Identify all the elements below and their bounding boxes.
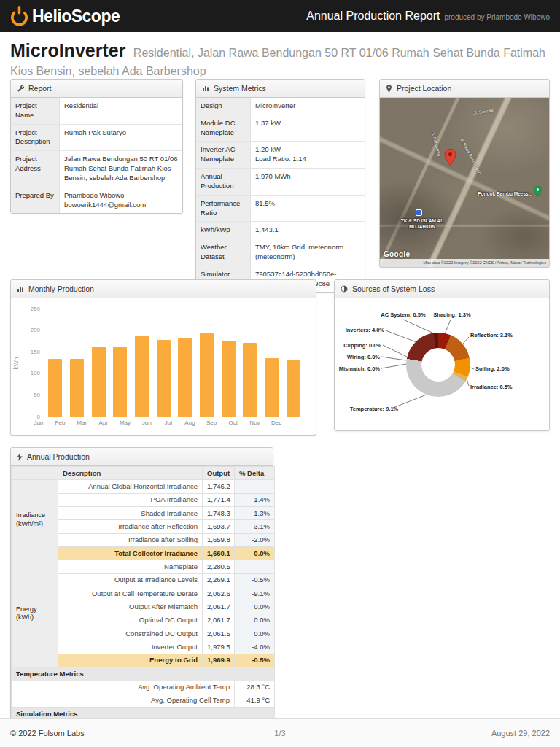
wrench-icon (17, 85, 24, 92)
row-delta: -4.0% (235, 640, 275, 654)
power-icon (10, 5, 28, 27)
x-tick-label: Feb (50, 419, 71, 426)
page-footer: © 2022 Folsom Labs 1/3 August 29, 2022 (0, 718, 560, 747)
kv-row: Prepared ByPriambodo Wibowobowoerik1444@… (11, 187, 182, 213)
system-loss-panel: Sources of System Loss Shading: 1.3%Refl… (334, 279, 550, 431)
copyright: © 2022 Folsom Labs (10, 729, 85, 738)
row-delta: -2.0% (235, 533, 275, 546)
report-panel-title: Report (28, 84, 52, 93)
kv-row: Project AddressJalan Rawa Bendungan 50 R… (11, 151, 182, 187)
row-output: 2,062.6 (203, 587, 235, 600)
row-output: 1,979.5 (203, 640, 235, 654)
y-tick-label: 100 (15, 370, 40, 376)
section-data-row: Avg. Operating Cell Temp41.9 °C (12, 694, 275, 707)
lightning-icon (17, 453, 23, 461)
project-location-panel: Project Location Jl. Kangkung Jl. Sencak… (379, 79, 550, 268)
bar-aug (200, 333, 214, 417)
row-description: Output at Irradiance Levels (58, 573, 203, 587)
kv-label: Weather Dataset (196, 239, 251, 266)
row-delta: 0.0% (235, 547, 275, 560)
row-description: Optimal DC Output (58, 614, 203, 627)
row-delta (235, 480, 275, 493)
loss-label-ac-system: AC System: 0.5% (373, 311, 434, 318)
section-title: Temperature Metrics (12, 667, 275, 681)
bar-may (135, 336, 149, 417)
system-loss-header: Sources of System Loss (335, 280, 549, 298)
kv-label: Annual Production (196, 169, 251, 196)
row-description: Irradiance after Soiling (58, 533, 203, 546)
project-title: MicroInverter (10, 40, 125, 61)
system-metrics-title: System Metrics (214, 84, 266, 93)
location-marker-red[interactable] (444, 149, 456, 169)
row-description: Output After Mismatch (58, 600, 203, 614)
street-label: Jl. Rawa Bendungan (459, 137, 482, 175)
row-description: Avg. Operating Cell Temp (12, 694, 235, 707)
row-output: 1,969.9 (203, 654, 235, 667)
group-label: Energy (kWh) (12, 560, 58, 667)
system-metrics-table: DesignMicroInverterModule DC Nameplate1.… (196, 98, 365, 292)
gridline (44, 330, 304, 330)
row-description: POA Irradiance (58, 493, 203, 506)
bar-chart-icon (17, 285, 24, 293)
logo-text: HelioScope (32, 7, 120, 26)
donut-icon (341, 285, 348, 293)
report-panel: Report Project NameResidentialProject De… (10, 79, 183, 214)
system-metrics-header: System Metrics (196, 80, 365, 98)
x-tick-label: Dec (265, 419, 287, 426)
kv-label: Project Address (11, 151, 60, 187)
kv-row: kWh/kWp1,443.1 (196, 222, 365, 239)
data-row: Irradiance (kWh/m²)Annual Global Horizon… (12, 480, 275, 493)
satellite-map[interactable]: Jl. Kangkung Jl. Sencaki Jl. Rawa Bendun… (380, 98, 549, 267)
kv-value: 1,443.1 (251, 222, 365, 239)
annual-production-header: Annual Production (11, 448, 273, 466)
kv-value: 81.5% (251, 195, 365, 222)
row-value: 41.9 °C (235, 694, 275, 707)
system-loss-title: Sources of System Loss (352, 285, 435, 293)
row-description: Output at Cell Temperature Derate (58, 587, 203, 600)
kv-label: Design (196, 98, 251, 115)
header-blank (12, 467, 58, 480)
annual-production-title: Annual Production (27, 452, 90, 461)
row-description: Shaded Irradiance (58, 507, 203, 520)
loss-label-mismatch: Mismatch: 0.0% (335, 365, 380, 372)
y-axis-label: kWh (12, 357, 20, 370)
loss-donut-chart: Shading: 1.3%Reflection: 3.1%Soiling: 2.… (335, 298, 549, 432)
title-block: MicroInverter Residential, Jalan Rawa Be… (10, 38, 550, 80)
bar-feb (70, 359, 84, 417)
loss-label-inverters: Inverters: 4.0% (335, 327, 384, 333)
kv-row: Inverter AC Nameplate1.20 kWLoad Ratio: … (196, 142, 365, 169)
system-metrics-panel: System Metrics DesignMicroInverterModule… (195, 79, 365, 293)
map-pin-icon (386, 85, 392, 93)
page-number: 1/3 (274, 729, 285, 738)
kv-label: Performance Ratio (196, 195, 251, 222)
row-output: 1,748.3 (203, 507, 235, 520)
kv-row: DesignMicroInverter (196, 98, 365, 115)
table-header-row: DescriptionOutput% Delta (12, 467, 275, 480)
gridline (44, 352, 304, 352)
x-tick-label: Sep (201, 419, 222, 426)
monthly-production-header: Monthly Production (11, 280, 316, 298)
kv-value: 1.37 kW (251, 115, 365, 142)
kv-value: MicroInverter (251, 98, 365, 115)
bar-oct (243, 343, 257, 417)
x-tick-label: May (114, 419, 136, 426)
row-description: Avg. Operating Ambient Temp (12, 681, 235, 694)
row-description: Irradiance after Reflection (58, 520, 203, 533)
row-delta (235, 560, 275, 573)
loss-label-wiring: Wiring: 0.0% (335, 354, 380, 360)
kv-label: kWh/kWp (196, 222, 251, 239)
loss-label-irradiance: Irradiance: 0.5% (470, 384, 543, 390)
row-delta: -1.3% (235, 507, 275, 520)
report-page: HelioScope Annual Production Report prod… (0, 0, 560, 747)
kv-value: Priambodo Wibowobowoerik1444@gmail.com (60, 187, 183, 213)
kv-row: Module DC Nameplate1.37 kW (196, 115, 365, 142)
y-tick-label: 250 (15, 306, 40, 312)
kv-row: Annual Production1.970 MWh (196, 169, 365, 196)
row-output: 2,061.5 (203, 627, 235, 640)
loss-label-temperature: Temperature: 9.1% (338, 406, 411, 412)
column-header: % Delta (235, 467, 275, 480)
school-icon (416, 209, 422, 216)
row-description: Energy to Grid (58, 654, 203, 667)
x-tick-label: Oct (222, 419, 244, 426)
kv-value: 1.970 MWh (251, 169, 365, 196)
